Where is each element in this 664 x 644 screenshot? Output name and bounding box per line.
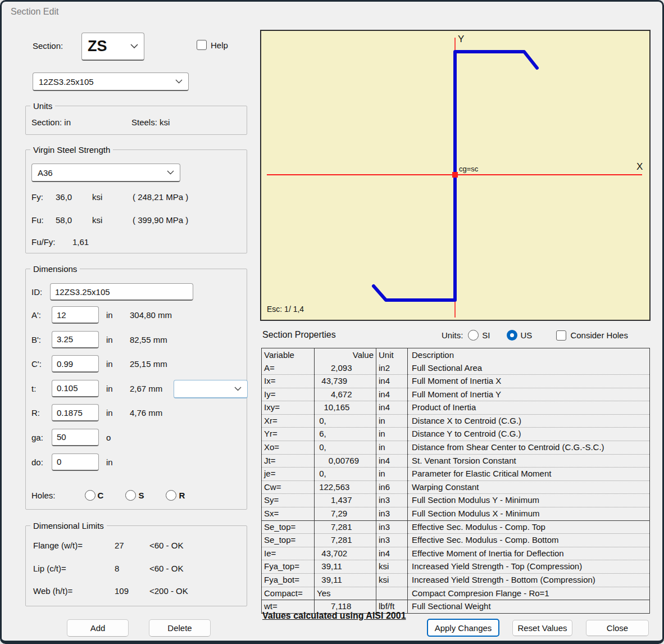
property-row: Jt= 0,00769in4St. Venant Torsion Constan…: [262, 454, 650, 468]
description-cell: Full Section Modulus Y - Minimum: [408, 494, 650, 507]
value-cell: 7,29: [315, 507, 376, 521]
id-field[interactable]: [50, 283, 193, 301]
value-cell: 2,093: [315, 362, 376, 375]
help-checkbox[interactable]: [197, 40, 207, 50]
section-drawing: Y X cg=sc Esc: 1/ 1,4: [261, 31, 649, 320]
variable-cell: Se_top=: [262, 534, 315, 547]
property-row: Sx= 7,29in3Full Section Modulus X - Mini…: [262, 507, 650, 521]
value-cell: 10,165: [315, 401, 376, 415]
description-cell: Distance X to Centroid (C.G.): [408, 414, 650, 428]
holes-label: Holes:: [31, 491, 56, 500]
property-row: Cw= 122,563in6Warping Constant: [262, 480, 650, 494]
reset-values-button[interactable]: Reset Values: [512, 620, 572, 636]
units-si-label: SI: [482, 330, 490, 340]
centroid-marker: [452, 172, 458, 178]
section-name-dropdown[interactable]: 12ZS3.25x105: [33, 72, 189, 91]
variable-cell: Xo=: [262, 441, 315, 455]
scale-label: Esc: 1/ 1,4: [267, 305, 304, 314]
consider-holes-checkbox[interactable]: [556, 330, 566, 341]
delete-button[interactable]: Delete: [149, 619, 211, 637]
variable-cell: Yr=: [262, 428, 315, 441]
variable-cell: Sy=: [262, 494, 315, 507]
fu-unit: ksi: [92, 215, 102, 225]
dimension-label: A':: [31, 310, 41, 320]
dimension-field[interactable]: [52, 453, 99, 471]
limit-row: Flange (w/t)=27<60 - OK: [26, 534, 247, 557]
unit-cell: in4: [376, 401, 408, 415]
steel-grade-dropdown[interactable]: A36: [31, 164, 180, 182]
limit-check: <200 - OK: [149, 586, 188, 596]
dimension-row: B':in82,55 mm: [26, 331, 247, 356]
fu-metric: ( 399,90 MPa ): [133, 215, 188, 225]
fy-unit: ksi: [92, 192, 102, 202]
holes-radio-r[interactable]: [166, 490, 176, 501]
unit-cell: in4: [376, 547, 408, 560]
fy-value: 36,0: [56, 192, 72, 202]
unit-cell: in3: [376, 520, 408, 534]
dimensional-limits-groupbox: Dimensional Limits Flange (w/t)=27<60 - …: [25, 525, 247, 606]
add-button-label: Add: [90, 623, 106, 633]
limit-label: Flange (w/t)=: [33, 541, 83, 550]
description-cell: Effective Sec. Modulus - Comp. Top: [408, 520, 650, 534]
window-title: Section Edit: [11, 7, 58, 17]
property-row: Se_top= 7,281in3Effective Sec. Modulus -…: [262, 520, 650, 534]
holes-radio-s[interactable]: [125, 490, 136, 501]
dimension-metric: 304,80 mm: [130, 310, 172, 320]
units-si-radio[interactable]: [468, 330, 479, 341]
thickness-gauge-dropdown[interactable]: [174, 380, 248, 398]
variable-cell: Ix=: [262, 375, 315, 388]
holes-option-label: S: [138, 491, 144, 500]
limit-value: 27: [115, 541, 124, 550]
section-units-text: Section: in: [31, 117, 71, 127]
add-button[interactable]: Add: [67, 619, 129, 637]
chevron-down-icon: [167, 170, 174, 175]
dimension-label: C':: [31, 359, 42, 369]
holes-option-label: R: [179, 491, 185, 500]
value-cell: 0,: [315, 468, 376, 481]
description-cell: Full Sectional Area: [408, 362, 650, 375]
section-type-dropdown[interactable]: ZS: [81, 33, 144, 61]
property-row: Sy= 1,437in3Full Section Modulus Y - Min…: [262, 494, 650, 507]
unit-cell: in6: [376, 480, 408, 494]
description-cell: Effective Sec. Modulus - Comp. Bottom: [408, 534, 650, 547]
value-cell: 7,281: [315, 534, 376, 547]
value-cell: Yes: [315, 587, 376, 600]
dimension-field[interactable]: [52, 355, 99, 373]
units-label: Units:: [442, 330, 463, 340]
value-cell: 6,: [315, 428, 376, 441]
dimension-field[interactable]: [52, 331, 99, 348]
dimension-metric: 25,15 mm: [130, 359, 167, 369]
title-bar[interactable]: Section Edit: [2, 2, 662, 24]
dimension-unit: in: [106, 359, 113, 369]
unit-cell: in2: [376, 362, 408, 375]
units-us-radio[interactable]: [507, 330, 517, 341]
dimension-metric: 4,76 mm: [130, 408, 162, 418]
unit-cell: in4: [376, 388, 408, 401]
dimension-field[interactable]: [52, 404, 99, 421]
value-cell: 43,739: [315, 375, 376, 388]
unit-cell: in: [376, 428, 408, 441]
section-properties-table: Variable Value Unit Description A= 2,093…: [261, 348, 650, 614]
fy-metric: ( 248,21 MPa ): [133, 192, 188, 202]
value-cell: 122,563: [315, 480, 376, 494]
limit-value: 109: [115, 586, 129, 596]
variable-cell: Compact=: [262, 587, 315, 600]
description-cell: St. Venant Torsion Constant: [408, 454, 650, 468]
close-button[interactable]: Close: [586, 620, 649, 636]
property-row: Ixy= 10,165in4Product of Inertia: [262, 401, 650, 415]
unit-cell: in: [376, 441, 408, 455]
dimension-row: C':in25,15 mm: [26, 355, 247, 380]
holes-option-label: C: [98, 491, 104, 500]
dimension-field[interactable]: [52, 429, 99, 446]
dimension-metric: 2,67 mm: [130, 384, 162, 393]
dimension-unit: in: [106, 408, 113, 418]
properties-table-body: A= 2,093in2Full Sectional AreaIx= 43,739…: [262, 362, 650, 614]
dimension-label: R:: [31, 408, 40, 418]
dimension-field[interactable]: [52, 306, 99, 324]
limits-group-title: Dimensional Limits: [30, 521, 107, 530]
apply-changes-button[interactable]: Apply Changes: [427, 619, 499, 637]
col-variable: Variable: [262, 348, 315, 362]
holes-radio-c[interactable]: [85, 490, 95, 501]
limit-check: <60 - OK: [149, 564, 183, 573]
dimension-field[interactable]: [52, 380, 99, 397]
